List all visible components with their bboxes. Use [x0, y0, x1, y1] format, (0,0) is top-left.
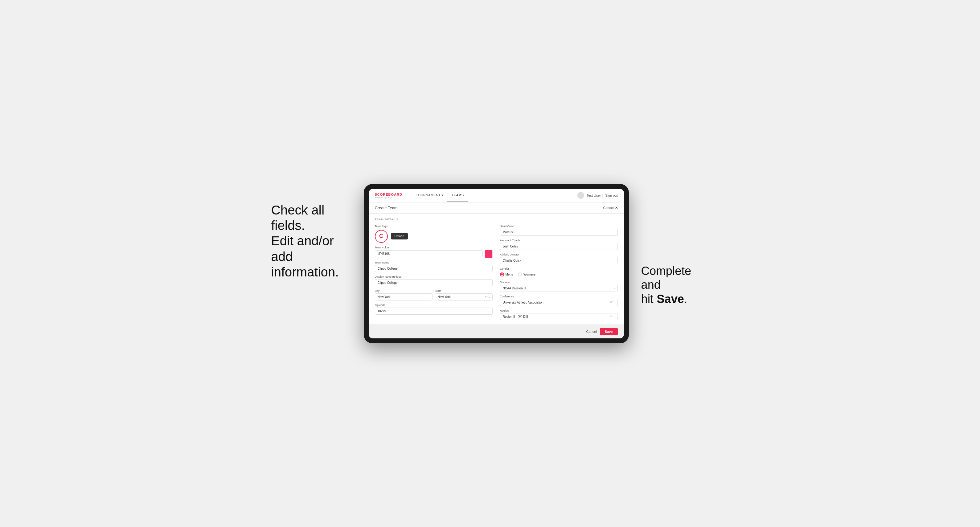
section-label: TEAM DETAILS [375, 218, 618, 221]
page-wrapper: Check all fields. Edit and/or add inform… [274, 184, 706, 343]
head-coach-input[interactable] [500, 229, 618, 236]
footer-save-button[interactable]: Save [600, 328, 618, 335]
navbar: SCOREBOARD Powered by clipp! TOURNAMENTS… [369, 189, 624, 203]
form-area: TEAM DETAILS Team logo C Upload [369, 214, 624, 324]
annotation-line2: Edit and/or add [271, 233, 334, 264]
state-select[interactable]: New York [435, 294, 493, 300]
gender-womens-option[interactable]: Womens [518, 273, 536, 276]
brand-subtitle: Powered by clipp! [375, 196, 402, 198]
city-input[interactable] [375, 294, 433, 300]
conference-group: Conference University Athletic Associati… [500, 295, 618, 306]
right-annotation: Complete and hit Save. [641, 184, 709, 306]
gender-group: Gender Mens Womens [500, 267, 618, 278]
division-group: Division NCAA Division III ⌄ [500, 281, 618, 292]
assistant-coach-group: Assistant Coach [500, 239, 618, 250]
gender-row: Mens Womens [500, 271, 618, 278]
conference-select-wrapper: University Athletic Association ✕ ⌃⌄ [500, 299, 618, 306]
create-team-header: Create Team Cancel ✕ [369, 203, 624, 214]
region-select[interactable]: Region II - (M) DIII [500, 313, 618, 320]
team-name-label: Team name [375, 261, 493, 264]
nav-tabs: TOURNAMENTS TEAMS [412, 189, 578, 203]
city-group: City [375, 289, 433, 300]
division-select[interactable]: NCAA Division III [500, 285, 618, 292]
state-select-wrapper: New York ✕ ⌃⌄ [435, 294, 493, 300]
brand-title: SCOREBOARD [375, 193, 402, 196]
womens-label: Womens [523, 273, 536, 276]
signout-link[interactable]: Sign out [605, 194, 617, 197]
annotation-right-line1: Complete and [641, 264, 692, 292]
display-name-group: Display name (unique) [375, 275, 493, 286]
conference-clear-icon[interactable]: ✕ [610, 301, 612, 304]
tablet-frame: SCOREBOARD Powered by clipp! TOURNAMENTS… [364, 184, 629, 343]
footer-cancel-button[interactable]: Cancel [586, 330, 597, 333]
left-annotation: Check all fields. Edit and/or add inform… [271, 184, 352, 280]
region-group: Region Region II - (M) DIII ✕ ⌃⌄ [500, 309, 618, 320]
athletic-director-input[interactable] [500, 257, 618, 264]
annotation-right-line3: . [684, 292, 687, 305]
form-footer: Cancel Save [369, 324, 624, 338]
head-coach-group: Head Coach [500, 225, 618, 236]
state-group: State New York ✕ ⌃⌄ [435, 289, 493, 300]
form-grid: Team logo C Upload Team colour [375, 225, 618, 320]
annotation-right-line2: hit [641, 292, 657, 305]
colour-row [375, 250, 493, 258]
annotation-line1: Check all fields. [271, 203, 325, 233]
team-name-group: Team name [375, 261, 493, 272]
head-coach-label: Head Coach [500, 225, 618, 228]
team-logo-group: Team logo C Upload [375, 225, 493, 243]
division-label: Division [500, 281, 618, 284]
mens-label: Mens [506, 273, 513, 276]
team-colour-label: Team colour [375, 246, 493, 249]
cancel-header-button[interactable]: Cancel ✕ [603, 206, 617, 210]
nav-user: Test User | [587, 194, 603, 197]
city-label: City [375, 289, 433, 292]
form-right: Head Coach Assistant Coach Athletic Dire… [500, 225, 618, 320]
annotation-line3: information. [271, 265, 339, 279]
display-name-label: Display name (unique) [375, 275, 493, 278]
gender-mens-option[interactable]: Mens [500, 273, 513, 276]
region-clear-icon[interactable]: ✕ [610, 315, 612, 318]
colour-swatch [485, 250, 493, 258]
team-colour-input[interactable] [375, 250, 483, 257]
division-select-wrapper: NCAA Division III ⌄ [500, 285, 618, 292]
nav-right: Test User | Sign out [578, 192, 618, 199]
annotation-right-bold: Save [657, 292, 684, 305]
mens-radio-dot [500, 273, 504, 276]
team-name-input[interactable] [375, 265, 493, 272]
assistant-coach-label: Assistant Coach [500, 239, 618, 242]
gender-label: Gender [500, 267, 618, 270]
region-label: Region [500, 309, 618, 312]
conference-label: Conference [500, 295, 618, 298]
assistant-coach-input[interactable] [500, 243, 618, 250]
state-label: State [435, 289, 493, 292]
city-state-row: City State New York ✕ ⌃⌄ [375, 289, 493, 300]
tablet-screen: SCOREBOARD Powered by clipp! TOURNAMENTS… [369, 189, 624, 338]
athletic-director-group: Athletic Director [500, 253, 618, 264]
region-select-wrapper: Region II - (M) DIII ✕ ⌃⌄ [500, 313, 618, 320]
zip-input[interactable] [375, 308, 493, 315]
upload-button[interactable]: Upload [391, 233, 408, 240]
team-colour-group: Team colour [375, 246, 493, 258]
cancel-x-icon: ✕ [615, 206, 618, 210]
form-left: Team logo C Upload Team colour [375, 225, 493, 320]
zip-label: Zip code [375, 303, 493, 306]
tab-tournaments[interactable]: TOURNAMENTS [412, 189, 447, 203]
nav-brand: SCOREBOARD Powered by clipp! [375, 193, 402, 198]
create-team-title: Create Team [375, 206, 398, 210]
logo-circle: C [375, 230, 388, 243]
womens-radio-dot [518, 273, 522, 276]
tab-teams[interactable]: TEAMS [447, 189, 468, 203]
team-logo-label: Team logo [375, 225, 493, 228]
logo-area: C Upload [375, 230, 493, 243]
display-name-input[interactable] [375, 279, 493, 286]
conference-select[interactable]: University Athletic Association [500, 299, 618, 306]
avatar [578, 192, 584, 199]
athletic-director-label: Athletic Director [500, 253, 618, 256]
state-clear-icon[interactable]: ✕ [485, 295, 487, 298]
zip-group: Zip code [375, 303, 493, 315]
